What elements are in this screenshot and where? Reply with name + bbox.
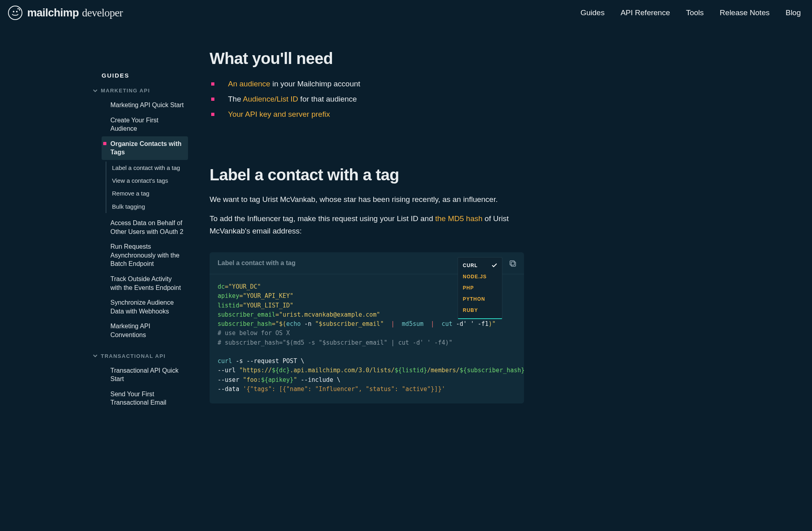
heading-what-youll-need: What you'll need [210,50,524,68]
list-text: The Audience/List ID for that audience [228,95,357,104]
top-header: mailchimp developer Guides API Reference… [0,0,812,26]
bullet-icon [211,113,214,116]
top-nav: Guides API Reference Tools Release Notes… [580,8,801,17]
nav-api-reference[interactable]: API Reference [620,8,670,17]
brand-wordmark: mailchimp developer [27,7,123,19]
language-menu: CURL NODE.JS PHP PYTHON RUBY [458,257,502,319]
check-icon [492,263,497,268]
paragraph: We want to tag Urist McVankab, whose sta… [210,194,524,206]
svg-rect-3 [511,262,516,266]
copy-button[interactable] [509,260,517,269]
lang-option-php[interactable]: PHP [458,282,502,293]
brand-name: mailchimp [27,7,79,19]
nav-tools[interactable]: Tools [686,8,704,17]
sidebar-item-first-audience[interactable]: Create Your First Audience [102,113,188,136]
text: To add the Influencer tag, make this req… [210,214,435,223]
sidebar-item-label: Create Your First Audience [110,116,184,133]
list-item: An audience in your Mailchimp account [211,76,524,92]
sidebar-item-label: Send Your First Transactional Email [110,390,184,407]
list-item: Your API key and server prefix [211,107,524,122]
list-text: Your API key and server prefix [228,110,330,119]
sidebar-sub-label-contact[interactable]: Label a contact with a tag [106,162,188,174]
sidebar-sub-remove-tag[interactable]: Remove a tag [106,187,188,200]
sidebar-item-trans-quick-start[interactable]: Transactional API Quick Start [102,363,188,387]
sidebar-item-webhooks[interactable]: Synchronize Audience Data with Webhooks [102,295,188,319]
sidebar-item-label: Track Outside Activity with the Events E… [110,275,184,292]
lang-option-node[interactable]: NODE.JS [458,271,502,282]
lang-label: PYTHON [463,296,485,302]
nav-guides[interactable]: Guides [580,8,604,17]
sidebar-item-label: Access Data on Behalf of Other Users wit… [110,219,184,236]
sidebar-item-events[interactable]: Track Outside Activity with the Events E… [102,271,188,295]
svg-point-2 [16,11,18,12]
sidebar-item-quick-start[interactable]: Marketing API Quick Start [102,98,188,113]
sidebar-item-label: Organize Contacts with Tags [110,140,184,157]
list-text: An audience in your Mailchimp account [228,80,360,88]
sidebar-item-label: Marketing API Conventions [110,322,184,339]
link-md5-hash[interactable]: the MD5 hash [435,214,482,223]
lang-label: CURL [463,263,478,268]
paragraph: To add the Influencer tag, make this req… [210,213,524,237]
sidebar-item-label: Synchronize Audience Data with Webhooks [110,298,184,315]
code-card: Label a contact with a tag CURL [210,252,524,403]
sidebar-sublist: Label a contact with a tag View a contac… [106,162,188,213]
link-api-key[interactable]: Your API key and server prefix [228,110,330,118]
lang-label: RUBY [463,307,478,313]
link-an-audience[interactable]: An audience [228,80,270,88]
text: for that audience [298,95,357,103]
svg-point-0 [8,6,22,20]
sidebar-item-organize-tags[interactable]: Organize Contacts with Tags [102,136,188,160]
lang-label: PHP [463,285,474,291]
sidebar-item-label: Run Requests Asynchronously with the Bat… [110,242,184,268]
link-audience-list-id[interactable]: Audience/List ID [243,95,298,103]
lang-option-python[interactable]: PYTHON [458,293,502,305]
text: in your Mailchimp account [270,80,360,88]
sidebar-item-conventions[interactable]: Marketing API Conventions [102,319,188,342]
brand-sub: developer [82,7,123,19]
svg-rect-4 [510,261,514,265]
bullet-icon [211,82,214,86]
mailchimp-logo-icon [8,6,22,20]
code-title: Label a contact with a tag [218,260,296,267]
sidebar-item-label: Transactional API Quick Start [110,366,184,383]
sidebar-group-marketing[interactable]: MARKETING API [93,88,188,94]
sidebar-item-label: Marketing API Quick Start [110,101,184,110]
nav-release-notes[interactable]: Release Notes [720,8,770,17]
sidebar-sub-view-tags[interactable]: View a contact's tags [106,174,188,187]
sidebar-item-oauth[interactable]: Access Data on Behalf of Other Users wit… [102,216,188,239]
sidebar-list-transactional: Transactional API Quick Start Send Your … [102,363,188,410]
list-item: The Audience/List ID for that audience [211,92,524,107]
needs-list: An audience in your Mailchimp account Th… [211,76,524,122]
sidebar: GUIDES MARKETING API Marketing API Quick… [0,26,188,426]
sidebar-sub-bulk-tagging[interactable]: Bulk tagging [106,200,188,213]
lang-label: NODE.JS [463,274,487,279]
lang-option-ruby[interactable]: RUBY [458,305,502,316]
sidebar-group-label: MARKETING API [101,88,150,94]
chevron-down-icon [93,88,98,93]
lang-option-curl[interactable]: CURL [458,260,502,271]
brand-link[interactable]: mailchimp developer [8,6,123,20]
chevron-down-icon [93,353,98,358]
svg-point-1 [13,11,14,12]
bullet-icon [211,98,214,101]
heading-label-contact: Label a contact with a tag [210,166,524,184]
nav-blog[interactable]: Blog [786,8,801,17]
sidebar-group-transactional[interactable]: TRANSACTIONAL API [93,353,188,359]
sidebar-item-trans-send[interactable]: Send Your First Transactional Email [102,387,188,410]
text: The [228,95,243,103]
sidebar-heading: GUIDES [102,72,188,79]
sidebar-list-marketing: Marketing API Quick Start Create Your Fi… [102,98,188,343]
sidebar-item-batch[interactable]: Run Requests Asynchronously with the Bat… [102,239,188,271]
main-content: What you'll need An audience in your Mai… [188,26,540,419]
sidebar-group-label: TRANSACTIONAL API [101,353,166,359]
